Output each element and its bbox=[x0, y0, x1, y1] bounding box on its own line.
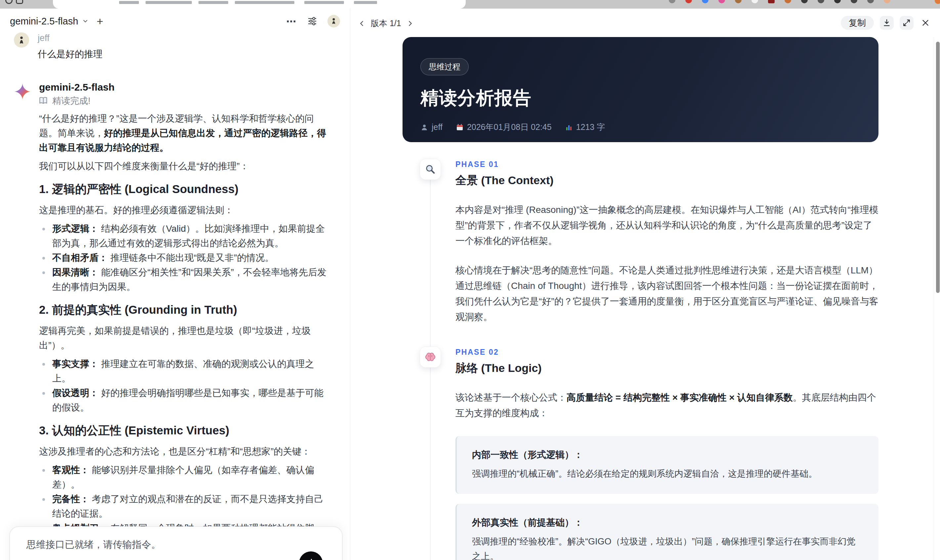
user-avatar bbox=[14, 32, 29, 48]
chat-header: gemini-2.5-flash + ⋯ bbox=[0, 9, 350, 31]
browser-chrome-strip bbox=[0, 0, 940, 9]
extension-icon[interactable] bbox=[867, 0, 874, 3]
message-composer: 思维接口已就绪，请传输指令。 bbox=[9, 526, 343, 560]
download-button[interactable] bbox=[880, 16, 894, 30]
chat-scroll-area[interactable]: jeff 什么是好的推理 gemini-2.5- bbox=[0, 31, 350, 560]
expand-button[interactable] bbox=[900, 16, 914, 30]
extension-icon[interactable] bbox=[718, 0, 725, 3]
phase-label: PHASE 02 bbox=[455, 348, 878, 357]
list-item: 因果清晰： 能准确区分“相关性”和“因果关系”，不会轻率地将先后发生的事情归为因… bbox=[39, 265, 331, 294]
extension-icon[interactable] bbox=[801, 0, 808, 3]
card-title: 内部一致性（形式逻辑）： bbox=[472, 449, 863, 461]
address-text-fragment bbox=[304, 1, 344, 4]
meta-date: 2026年01月08日 02:45 bbox=[456, 122, 552, 132]
chevron-right-icon[interactable] bbox=[407, 20, 414, 27]
download-icon bbox=[883, 18, 891, 27]
section-heading-2: 2. 前提的真实性 (Grounding in Truth) bbox=[39, 302, 331, 318]
user-message: jeff 什么是好的推理 bbox=[14, 32, 331, 60]
list-item: 形式逻辑： 结构必须有效（Valid）。比如演绎推理中，如果前提全部为真，那么通… bbox=[39, 222, 331, 251]
extension-icon[interactable] bbox=[818, 0, 824, 3]
section-heading-1: 1. 逻辑的严密性 (Logical Soundness) bbox=[39, 182, 331, 197]
report-hero-card: 思维过程 精读分析报告 jeff bbox=[402, 37, 878, 142]
gemini-logo-icon bbox=[14, 83, 31, 100]
list-item: 事实支撑： 推理建立在可靠的数据、准确的观测或公认的真理之上。 bbox=[39, 357, 331, 386]
artifact-actions: 复制 bbox=[841, 16, 931, 30]
extension-icon[interactable] bbox=[669, 0, 675, 3]
bullet-dot bbox=[42, 257, 45, 260]
extension-icon[interactable] bbox=[768, 0, 775, 3]
intro-paragraph: “什么是好的推理？”这是一个涉及逻辑学、认知科学和哲学核心的问题。简单来说，好的… bbox=[39, 111, 331, 155]
logic-dimension-cards: 内部一致性（形式逻辑）： 强调推理的“机械正确”。结论必须在给定的规则系统内逻辑… bbox=[455, 436, 878, 560]
close-button[interactable] bbox=[920, 16, 931, 30]
scrollbar-thumb[interactable] bbox=[936, 42, 940, 293]
model-name: gemini-2.5-flash bbox=[10, 16, 78, 27]
extension-icon[interactable] bbox=[735, 0, 741, 3]
card-text: 强调推理的“经验校准”。解决“GIGO（垃圾进，垃圾出）”问题，确保推理引擎运行… bbox=[472, 534, 863, 560]
extension-icon[interactable] bbox=[834, 0, 841, 3]
new-chat-button[interactable]: + bbox=[97, 15, 103, 27]
address-text-fragment bbox=[235, 1, 294, 4]
address-text-fragment bbox=[199, 1, 228, 4]
browser-reload-icon[interactable] bbox=[5, 0, 12, 4]
dimension-card: 外部真实性（前提基础）： 强调推理的“经验校准”。解决“GIGO（垃圾进，垃圾出… bbox=[455, 504, 878, 560]
extension-icon[interactable] bbox=[702, 0, 709, 3]
artifact-toolbar: 版本 1/1 复制 bbox=[350, 9, 940, 37]
book-icon bbox=[39, 97, 48, 105]
artifact-scroll-area[interactable]: 思维过程 精读分析报告 jeff bbox=[350, 37, 940, 560]
chevron-down-icon bbox=[82, 18, 89, 25]
more-options-button[interactable]: ⋯ bbox=[286, 15, 297, 27]
magnifier-icon bbox=[420, 158, 441, 180]
extension-icon[interactable] bbox=[935, 0, 940, 4]
browser-profile-avatar[interactable] bbox=[884, 0, 891, 3]
avatar-figure-icon bbox=[330, 17, 338, 25]
card-text: 强调推理的“机械正确”。结论必须在给定的规则系统内逻辑自洽，这是推理的硬件基础。 bbox=[472, 466, 863, 482]
bullet-dot bbox=[42, 228, 45, 231]
address-text-fragment bbox=[146, 1, 192, 4]
bullet-dot bbox=[42, 271, 45, 274]
calendar-icon bbox=[456, 123, 464, 131]
bullet-list-2: 事实支撑： 推理建立在可靠的数据、准确的观测或公认的真理之上。 假设透明： 好的… bbox=[39, 357, 331, 415]
browser-apps-icon[interactable] bbox=[16, 0, 23, 4]
extension-icon[interactable] bbox=[784, 0, 791, 3]
address-text-fragment bbox=[354, 1, 377, 4]
list-item: 完备性： 考虑了对立的观点和潜在的反证，而不是只选择支持自己结论的证据。 bbox=[39, 492, 331, 521]
card-title: 外部真实性（前提基础）： bbox=[472, 516, 863, 529]
artifact-panel: 版本 1/1 复制 bbox=[350, 9, 940, 560]
version-navigator: 版本 1/1 bbox=[358, 16, 414, 29]
settings-sliders-icon[interactable] bbox=[307, 16, 317, 26]
assistant-message: gemini-2.5-flash 精读完成! “什么是好的推理？”这是一个涉及逻… bbox=[14, 82, 331, 560]
phase-title: 脉络 (The Logic) bbox=[455, 361, 878, 376]
user-avatar[interactable] bbox=[327, 15, 340, 28]
chevron-left-icon[interactable] bbox=[358, 20, 365, 27]
dimensions-line: 我们可以从以下四个维度来衡量什么是“好的推理”： bbox=[39, 159, 331, 174]
bullet-dot bbox=[42, 392, 45, 395]
bar-chart-icon bbox=[565, 123, 573, 131]
assistant-status: 精读完成! bbox=[39, 95, 331, 107]
composer-toolbar bbox=[10, 551, 342, 560]
browser-address-bar[interactable] bbox=[53, 0, 466, 9]
section-lead-1: 这是推理的基石。好的推理必须遵循逻辑法则： bbox=[39, 203, 331, 217]
extension-icon[interactable] bbox=[851, 0, 857, 3]
extension-icon[interactable] bbox=[685, 0, 692, 3]
assistant-model-name: gemini-2.5-flash bbox=[39, 82, 331, 93]
close-icon bbox=[921, 18, 930, 27]
model-selector[interactable]: gemini-2.5-flash bbox=[10, 16, 89, 27]
phase-1-section: PHASE 01 全景 (The Context) 本内容是对“推理 (Reas… bbox=[402, 158, 878, 325]
list-item: 假设透明： 好的推理会明确指明哪些是已知事实，哪些是基于可能的假设。 bbox=[39, 386, 331, 415]
section-heading-3: 3. 认知的公正性 (Epistemic Virtues) bbox=[39, 423, 331, 438]
bullet-dot bbox=[42, 498, 45, 501]
browser-extensions-row bbox=[669, 0, 891, 3]
composer-input[interactable]: 思维接口已就绪，请传输指令。 bbox=[10, 527, 342, 551]
bullet-dot bbox=[42, 469, 45, 472]
copy-button[interactable]: 复制 bbox=[841, 16, 874, 30]
version-label: 版本 1/1 bbox=[371, 18, 401, 29]
extension-icon[interactable] bbox=[752, 0, 758, 3]
section-lead-3: 这涉及推理者的心态和方法论，也是区分“杠精”和“思想家”的关键： bbox=[39, 444, 331, 459]
phase-title: 全景 (The Context) bbox=[455, 173, 878, 188]
dimension-card: 内部一致性（形式逻辑）： 强调推理的“机械正确”。结论必须在给定的规则系统内逻辑… bbox=[455, 436, 878, 494]
person-icon bbox=[421, 123, 428, 131]
scrollbar-track bbox=[934, 37, 934, 560]
meta-word-count: 1213 字 bbox=[565, 122, 605, 132]
user-message-text: 什么是好的推理 bbox=[38, 48, 103, 60]
bullet-dot bbox=[42, 363, 45, 366]
